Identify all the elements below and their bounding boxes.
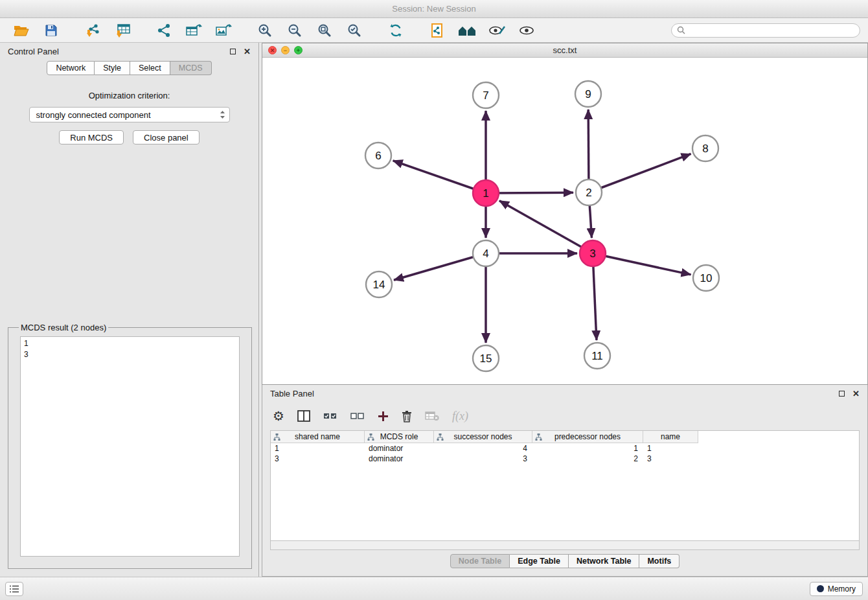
share-network-icon bbox=[156, 23, 172, 38]
network-analyzer-button[interactable] bbox=[453, 20, 481, 41]
graph-node-label: 11 bbox=[591, 350, 603, 362]
export-table-button[interactable] bbox=[180, 20, 207, 41]
mcds-result-list[interactable]: 1 3 bbox=[20, 336, 240, 557]
zoom-out-icon bbox=[288, 23, 302, 38]
close-panel-button[interactable]: Close panel bbox=[133, 130, 200, 144]
search-input[interactable] bbox=[689, 25, 854, 36]
tab-edge-table[interactable]: Edge Table bbox=[510, 554, 569, 568]
status-bar: Memory bbox=[0, 577, 868, 600]
import-table-button[interactable] bbox=[109, 20, 136, 41]
tab-network-table[interactable]: Network Table bbox=[569, 554, 640, 568]
graph-node-label: 14 bbox=[373, 279, 385, 291]
column-type-icon bbox=[273, 433, 280, 441]
cell-predecessor-nodes: 2 bbox=[532, 454, 643, 464]
delete-table-icon bbox=[425, 411, 439, 421]
node-table-header: shared name MCDS role successor nodes bbox=[271, 431, 859, 443]
delete-column-button[interactable] bbox=[402, 410, 412, 422]
table-settings-button[interactable]: ⚙ bbox=[273, 410, 284, 422]
network-canvas[interactable]: 7968124314101511 bbox=[262, 58, 867, 384]
add-column-button[interactable] bbox=[378, 411, 389, 422]
column-header-predecessor-nodes[interactable]: predecessor nodes bbox=[532, 431, 643, 443]
trash-icon bbox=[402, 410, 412, 422]
deselect-all-rows-button[interactable] bbox=[350, 412, 365, 420]
close-table-panel-icon[interactable]: ✕ bbox=[852, 391, 860, 397]
select-all-rows-button[interactable] bbox=[323, 412, 337, 420]
graph-edge-2-8[interactable] bbox=[589, 154, 691, 192]
graph-node-label: 4 bbox=[483, 248, 488, 260]
column-type-icon bbox=[535, 433, 542, 441]
graph-edge-4-14[interactable] bbox=[394, 253, 486, 280]
table-row[interactable]: 1 dominator 4 1 1 bbox=[271, 443, 859, 454]
graph-node-label: 3 bbox=[589, 248, 595, 260]
graph-edge-3-10[interactable] bbox=[593, 253, 691, 275]
save-session-button[interactable] bbox=[38, 20, 65, 41]
graph-edge-3-1[interactable] bbox=[499, 201, 593, 253]
cell-mcds-role: dominator bbox=[365, 454, 434, 464]
show-graphics-details-button[interactable] bbox=[483, 20, 510, 41]
tab-mcds[interactable]: MCDS bbox=[170, 61, 212, 75]
tab-select[interactable]: Select bbox=[130, 61, 170, 75]
memory-button[interactable]: Memory bbox=[810, 582, 863, 596]
zoom-selected-icon bbox=[347, 23, 361, 38]
columns-icon bbox=[297, 410, 310, 422]
zoom-in-button[interactable] bbox=[251, 20, 279, 41]
zoom-in-icon bbox=[258, 23, 272, 38]
table-tabs: Node Table Edge Table Network Table Moti… bbox=[262, 554, 867, 568]
unchecked-boxes-icon bbox=[350, 412, 365, 420]
close-panel-icon[interactable]: ✕ bbox=[244, 49, 251, 54]
checked-boxes-icon bbox=[323, 412, 337, 420]
window-title: Session: New Session bbox=[392, 4, 475, 14]
tab-node-table[interactable]: Node Table bbox=[450, 554, 510, 568]
column-header-name[interactable]: name bbox=[643, 431, 698, 443]
horizontal-scrollbar[interactable] bbox=[270, 541, 860, 550]
column-header-shared-name[interactable]: shared name bbox=[271, 431, 365, 443]
list-icon bbox=[10, 585, 19, 593]
graph-node-label: 2 bbox=[586, 187, 591, 199]
zoom-selected-button[interactable] bbox=[341, 20, 368, 41]
import-network-icon bbox=[84, 23, 101, 38]
table-row[interactable]: 3 dominator 3 2 3 bbox=[271, 454, 859, 464]
zoom-fit-button[interactable] bbox=[311, 20, 338, 41]
application-window: Session: New Session bbox=[0, 0, 868, 600]
cell-successor-nodes: 4 bbox=[434, 443, 532, 454]
export-image-button[interactable] bbox=[210, 20, 237, 41]
hide-graphics-details-button[interactable] bbox=[513, 20, 540, 41]
network-view-window: ✕ − + scc.txt 7968124314101511 bbox=[262, 43, 868, 385]
table-panel-title: Table Panel bbox=[270, 389, 314, 398]
function-builder-button-disabled[interactable]: f(x) bbox=[452, 410, 468, 423]
select-columns-button[interactable] bbox=[297, 410, 310, 422]
control-panel-title: Control Panel bbox=[8, 47, 59, 56]
export-table-icon bbox=[185, 23, 202, 38]
document-network-icon bbox=[430, 23, 444, 38]
task-history-button[interactable] bbox=[5, 582, 23, 596]
graph-node-label: 9 bbox=[585, 88, 591, 100]
network-window-titlebar[interactable]: ✕ − + scc.txt bbox=[262, 43, 867, 58]
eye-slash-icon bbox=[488, 25, 505, 36]
network-graph: 7968124314101511 bbox=[262, 58, 867, 384]
graph-edge-1-6[interactable] bbox=[393, 161, 486, 193]
criterion-select[interactable]: strongly connected component bbox=[29, 107, 230, 122]
zoom-out-button[interactable] bbox=[281, 20, 308, 41]
float-panel-icon[interactable] bbox=[230, 49, 236, 54]
apply-layout-button[interactable] bbox=[382, 20, 409, 41]
mcds-result-line: 1 bbox=[24, 338, 236, 349]
window-titlebar[interactable]: Session: New Session bbox=[0, 0, 868, 18]
tab-style[interactable]: Style bbox=[95, 61, 130, 75]
import-network-button[interactable] bbox=[79, 20, 106, 41]
first-neighbors-button[interactable] bbox=[424, 20, 451, 41]
float-table-panel-icon[interactable] bbox=[839, 391, 845, 397]
run-mcds-button[interactable]: Run MCDS bbox=[59, 130, 124, 144]
tab-network[interactable]: Network bbox=[47, 61, 95, 75]
cell-predecessor-nodes: 1 bbox=[532, 443, 643, 454]
delete-table-button-disabled[interactable] bbox=[425, 411, 439, 421]
cell-mcds-role: dominator bbox=[365, 443, 434, 454]
open-folder-icon bbox=[14, 24, 29, 37]
table-panel-header: Table Panel ✕ bbox=[262, 385, 867, 402]
tab-motifs[interactable]: Motifs bbox=[639, 554, 680, 568]
graph-node-label: 15 bbox=[480, 352, 492, 365]
refresh-icon bbox=[388, 23, 404, 38]
column-header-successor-nodes[interactable]: successor nodes bbox=[434, 431, 532, 443]
new-network-button[interactable] bbox=[150, 20, 177, 41]
open-file-button[interactable] bbox=[8, 20, 35, 41]
column-header-mcds-role[interactable]: MCDS role bbox=[365, 431, 434, 443]
